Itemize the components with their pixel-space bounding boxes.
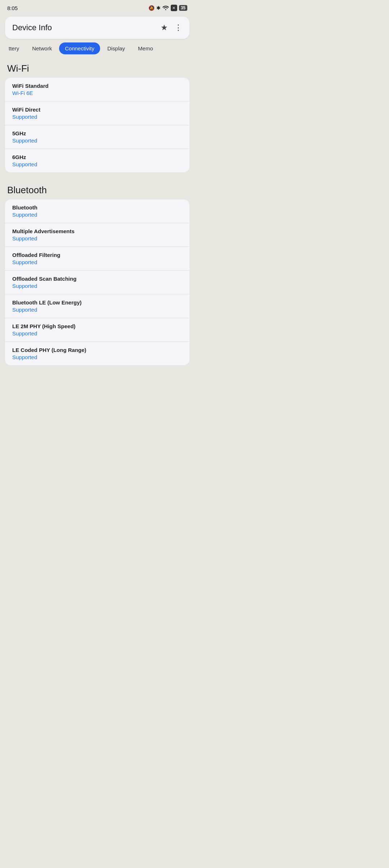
wifi-row-0: WiFi Standard Wi-Fi 6E	[5, 78, 189, 101]
wifi-label-1: WiFi Direct	[12, 107, 182, 113]
bt-label-1: Multiple Advertisements	[12, 228, 182, 234]
bt-row-1: Multiple Advertisements Supported	[5, 223, 189, 247]
app-bar-title: Device Info	[12, 23, 52, 32]
bt-value-6: Supported	[12, 354, 182, 360]
wifi-row-1: WiFi Direct Supported	[5, 101, 189, 125]
tab-connectivity[interactable]: Connectivity	[59, 42, 100, 54]
bt-label-2: Offloaded Filtering	[12, 252, 182, 258]
bt-label-6: LE Coded PHY (Long Range)	[12, 347, 182, 353]
bt-value-3: Supported	[12, 283, 182, 289]
app-bar: Device Info ★ ⋮	[5, 17, 189, 39]
bt-value-4: Supported	[12, 307, 182, 313]
close-box-icon: ✕	[171, 5, 177, 11]
wifi-row-3: 6GHz Supported	[5, 149, 189, 172]
bt-row-6: LE Coded PHY (Long Range) Supported	[5, 342, 189, 365]
bt-value-5: Supported	[12, 330, 182, 336]
bt-row-2: Offloaded Filtering Supported	[5, 247, 189, 271]
wifi-value-3: Supported	[12, 161, 182, 167]
mute-icon: 🔕	[148, 5, 155, 11]
tab-memory[interactable]: Memo	[132, 42, 159, 54]
more-options-button[interactable]: ⋮	[174, 23, 182, 32]
tab-display[interactable]: Display	[102, 42, 131, 54]
wifi-label-2: 5GHz	[12, 130, 182, 136]
bt-row-5: LE 2M PHY (High Speed) Supported	[5, 318, 189, 342]
bt-label-5: LE 2M PHY (High Speed)	[12, 323, 182, 329]
bt-row-4: Bluetooth LE (Low Energy) Supported	[5, 294, 189, 318]
tab-battery[interactable]: ttery	[3, 42, 25, 54]
bluetooth-section-heading: Bluetooth	[0, 178, 194, 199]
bt-label-4: Bluetooth LE (Low Energy)	[12, 299, 182, 306]
wifi-label-3: 6GHz	[12, 154, 182, 160]
wifi-card: WiFi Standard Wi-Fi 6E WiFi Direct Suppo…	[5, 78, 189, 172]
status-icons: 🔕 ✱ ✕ 35	[148, 5, 187, 11]
bt-value-2: Supported	[12, 259, 182, 265]
wifi-row-2: 5GHz Supported	[5, 125, 189, 149]
app-bar-actions: ★ ⋮	[161, 23, 182, 32]
tab-bar: ttery Network Connectivity Display Memo	[0, 39, 194, 56]
wifi-value-0: Wi-Fi 6E	[12, 90, 182, 96]
wifi-section-heading: Wi-Fi	[0, 56, 194, 78]
tab-network[interactable]: Network	[26, 42, 58, 54]
wifi-value-2: Supported	[12, 137, 182, 144]
bt-value-0: Supported	[12, 212, 182, 218]
battery-indicator: 35	[179, 5, 187, 11]
status-bar: 8:05 🔕 ✱ ✕ 35	[0, 0, 194, 14]
status-time: 8:05	[7, 5, 18, 11]
wifi-value-1: Supported	[12, 114, 182, 120]
bluetooth-card: Bluetooth Supported Multiple Advertiseme…	[5, 199, 189, 365]
bt-label-3: Offloaded Scan Batching	[12, 276, 182, 282]
bt-row-0: Bluetooth Supported	[5, 199, 189, 223]
bt-label-0: Bluetooth	[12, 204, 182, 211]
bt-row-3: Offloaded Scan Batching Supported	[5, 271, 189, 294]
wifi-icon	[162, 5, 169, 11]
wifi-label-0: WiFi Standard	[12, 83, 182, 89]
bluetooth-icon: ✱	[156, 5, 161, 11]
star-button[interactable]: ★	[161, 23, 168, 32]
bt-value-1: Supported	[12, 235, 182, 241]
